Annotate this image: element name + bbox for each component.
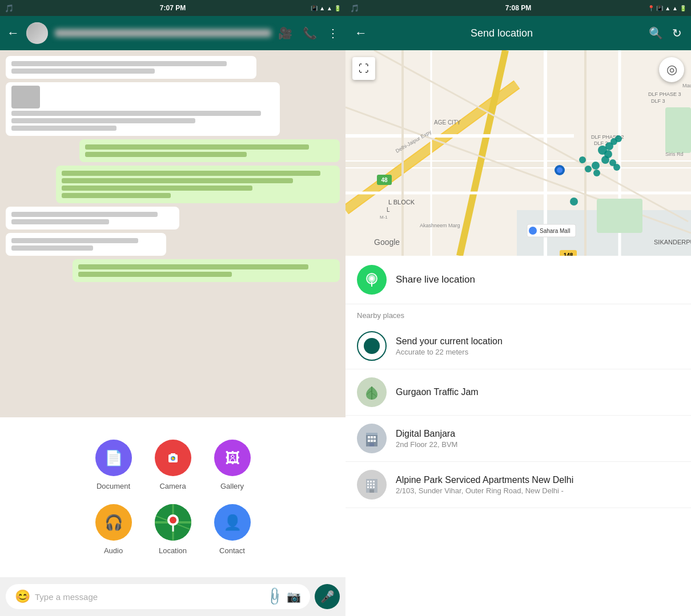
message-received-4 bbox=[6, 233, 166, 256]
contact-label: Contact bbox=[219, 546, 245, 555]
attach-audio[interactable]: 🎧 Audio bbox=[95, 504, 132, 555]
svg-rect-86 bbox=[367, 486, 369, 488]
svg-text:SIKANDERPU: SIKANDERPU bbox=[654, 239, 691, 245]
contact-name bbox=[55, 29, 271, 37]
attach-location[interactable]: Location bbox=[155, 504, 191, 555]
gallery-icon-circle: 🖼 bbox=[214, 440, 251, 476]
place-info-1: Digital Banjara 2nd Floor 22, BVM bbox=[396, 429, 680, 449]
fullscreen-button[interactable]: ⛶ bbox=[352, 57, 375, 80]
vibrate-icon: 📳 bbox=[311, 5, 318, 11]
location-list: Share live location Nearby places Send y… bbox=[346, 256, 691, 616]
emoji-button[interactable]: 😊 bbox=[15, 589, 30, 604]
battery-icon-right: 🔋 bbox=[680, 5, 686, 11]
locate-button[interactable]: ◎ bbox=[659, 57, 684, 82]
svg-rect-80 bbox=[367, 481, 369, 482]
camera-button[interactable]: 📷 bbox=[287, 590, 301, 603]
svg-rect-88 bbox=[373, 486, 375, 488]
contact-avatar bbox=[26, 22, 48, 44]
svg-point-64 bbox=[557, 167, 563, 173]
send-location-app-bar: ← Send location 🔍 ↻ bbox=[346, 16, 691, 50]
place-info-2: Alpine Park Serviced Apartments New Delh… bbox=[396, 475, 680, 495]
status-bar-right: 🎵 7:08 PM 📍 📳 ▲ ▲ 🔋 bbox=[346, 0, 691, 16]
mic-button[interactable]: 🎤 bbox=[315, 584, 340, 609]
search-button[interactable]: 🔍 bbox=[649, 26, 663, 40]
attach-contact[interactable]: 👤 Contact bbox=[214, 504, 251, 555]
message-sent-3 bbox=[73, 259, 340, 282]
document-label: Document bbox=[97, 482, 130, 490]
chat-panel: 😊 Type a message 📎 📷 🎤 📄 Document bbox=[0, 50, 346, 616]
place-item-0[interactable]: Gurgaon Traffic Jam bbox=[346, 369, 691, 416]
message-sent-2 bbox=[56, 166, 340, 203]
time-right: 7:08 PM bbox=[505, 4, 531, 12]
attachment-menu: 📄 Document Camera bbox=[0, 417, 346, 577]
message-input-bar: 😊 Type a message 📎 📷 🎤 bbox=[0, 577, 346, 616]
place-name-1: Digital Banjara bbox=[396, 429, 680, 439]
voice-call-button[interactable]: 📞 bbox=[303, 26, 317, 40]
svg-text:L: L bbox=[387, 207, 390, 213]
contact-icon: 👤 bbox=[223, 514, 242, 532]
svg-rect-76 bbox=[371, 440, 373, 442]
svg-text:Maulsa: Maulsa bbox=[682, 83, 691, 88]
signal-icon-right: ▲ bbox=[672, 5, 678, 11]
svg-point-53 bbox=[615, 135, 622, 142]
place-sub-1: 2nd Floor 22, BVM bbox=[396, 440, 680, 449]
live-location-icon bbox=[357, 265, 387, 295]
current-location-name: Send your current location bbox=[396, 336, 680, 347]
svg-rect-89 bbox=[369, 489, 374, 493]
attach-gallery[interactable]: 🖼 Gallery bbox=[214, 440, 251, 490]
back-button-chat[interactable]: ← bbox=[7, 26, 19, 41]
attach-camera[interactable]: Camera bbox=[155, 440, 191, 490]
svg-rect-74 bbox=[373, 436, 376, 438]
document-icon: 📄 bbox=[105, 449, 123, 467]
video-call-button[interactable]: 🎥 bbox=[278, 26, 292, 40]
contact-icon-circle: 👤 bbox=[214, 504, 251, 541]
location-icon-circle bbox=[155, 504, 191, 541]
place-item-2[interactable]: Alpine Park Serviced Apartments New Delh… bbox=[346, 462, 691, 508]
svg-rect-71 bbox=[366, 433, 377, 435]
audio-label: Audio bbox=[104, 546, 123, 555]
map-area[interactable]: Delhi-Jaipur Expy M-1 Akashneem Marg 48 … bbox=[346, 50, 691, 256]
svg-point-48 bbox=[529, 227, 537, 235]
share-live-location[interactable]: Share live location bbox=[346, 256, 691, 304]
svg-point-58 bbox=[592, 162, 600, 170]
audio-icon-circle: 🎧 bbox=[95, 504, 132, 541]
fullscreen-icon: ⛶ bbox=[359, 63, 369, 75]
current-location-info: Send your current location Accurate to 2… bbox=[396, 336, 680, 356]
chat-app-bar: ← 🎥 📞 ⋮ bbox=[0, 16, 346, 50]
svg-text:Sahara Mall: Sahara Mall bbox=[540, 228, 570, 234]
camera-multicolor-icon bbox=[164, 449, 182, 467]
signal-icon-left: ▲ bbox=[327, 5, 332, 11]
place-icon-1 bbox=[357, 424, 387, 453]
live-pin-icon bbox=[364, 272, 380, 288]
message-received-3 bbox=[6, 207, 179, 230]
place-item-1[interactable]: Digital Banjara 2nd Floor 22, BVM bbox=[346, 416, 691, 462]
location-status-icon: 📍 bbox=[648, 5, 654, 11]
svg-rect-78 bbox=[369, 443, 374, 446]
chat-toolbar: 🎥 📞 ⋮ bbox=[278, 26, 339, 40]
svg-rect-82 bbox=[373, 481, 375, 482]
message-sent-1 bbox=[79, 139, 340, 162]
attachment-grid: 📄 Document Camera bbox=[84, 428, 262, 566]
svg-text:DLF 3: DLF 3 bbox=[651, 98, 665, 104]
svg-text:DLF PHASE 3: DLF PHASE 3 bbox=[648, 91, 681, 97]
message-received-1 bbox=[6, 56, 256, 79]
svg-text:48: 48 bbox=[381, 177, 388, 183]
current-location-item[interactable]: Send your current location Accurate to 2… bbox=[346, 323, 691, 369]
building-icon bbox=[364, 430, 380, 446]
attach-document[interactable]: 📄 Document bbox=[95, 440, 132, 490]
locate-icon: ◎ bbox=[666, 62, 677, 77]
svg-rect-30 bbox=[665, 107, 691, 153]
gallery-label: Gallery bbox=[220, 482, 244, 490]
svg-text:148: 148 bbox=[564, 252, 573, 256]
place-name-2: Alpine Park Serviced Apartments New Delh… bbox=[396, 475, 680, 485]
message-input-field[interactable]: 😊 Type a message 📎 📷 bbox=[6, 584, 310, 609]
message-received-2 bbox=[6, 82, 280, 136]
attach-button[interactable]: 📎 bbox=[264, 586, 285, 607]
place-name-0: Gurgaon Traffic Jam bbox=[396, 387, 680, 397]
more-options-button[interactable]: ⋮ bbox=[327, 26, 339, 40]
send-location-panel: Delhi-Jaipur Expy M-1 Akashneem Marg 48 … bbox=[346, 50, 691, 616]
svg-point-60 bbox=[593, 170, 600, 176]
svg-rect-77 bbox=[373, 440, 376, 442]
refresh-button[interactable]: ↻ bbox=[672, 26, 682, 40]
current-location-radio bbox=[357, 331, 387, 361]
